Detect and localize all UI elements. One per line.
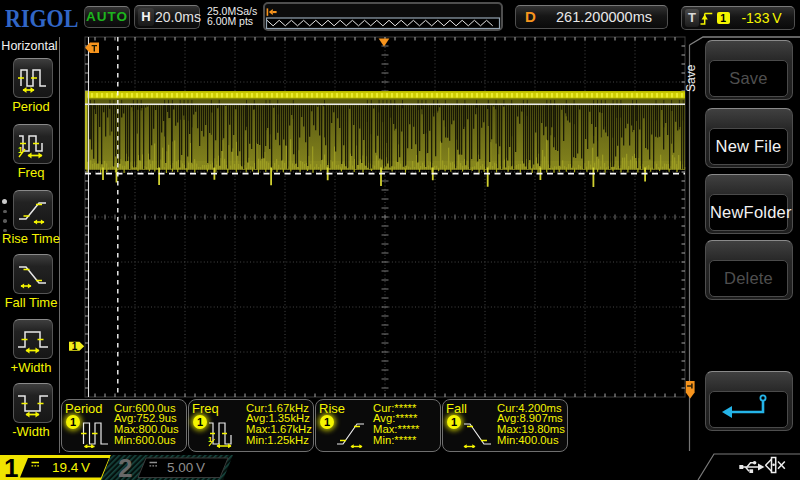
svg-text:19.4 V: 19.4 V (52, 460, 90, 475)
svg-text:2: 2 (118, 453, 132, 480)
svg-text:1: 1 (72, 341, 78, 352)
svg-text:5.00 V: 5.00 V (167, 460, 205, 475)
svg-text:1: 1 (4, 453, 18, 480)
